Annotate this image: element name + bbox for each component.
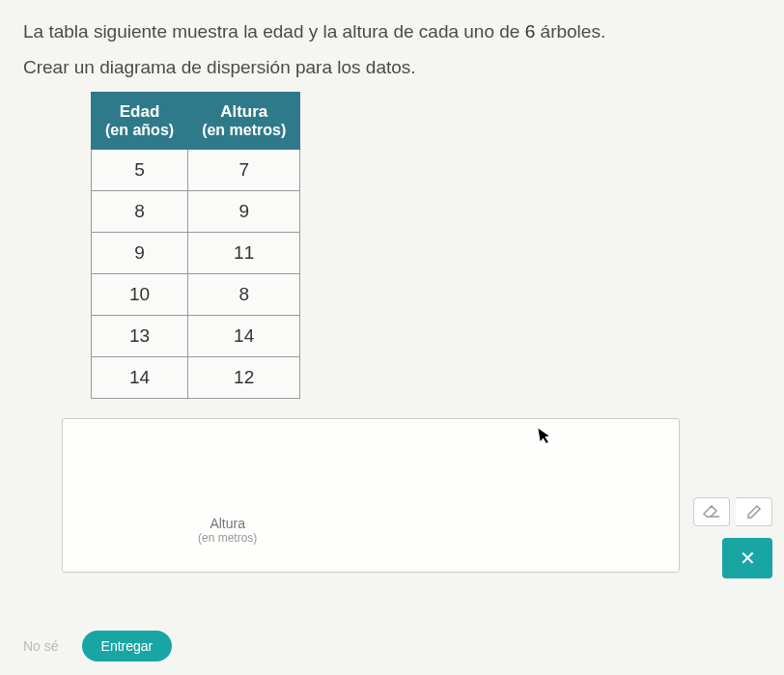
tree-count: 6 <box>525 21 536 42</box>
cell-edad: 13 <box>92 316 188 357</box>
chart-y-label-text: Altura <box>210 516 245 531</box>
header-edad-top: Edad <box>120 102 160 121</box>
data-table: Edad (en años) Altura (en metros) 5 7 8 … <box>91 92 300 399</box>
header-altura-sub: (en metros) <box>202 122 286 139</box>
table-row: 10 8 <box>92 274 300 316</box>
footer: No sé Entregar <box>23 631 172 661</box>
table-row: 5 7 <box>92 150 300 191</box>
no-se-link[interactable]: No sé <box>23 638 59 654</box>
chart-y-label: Altura (en metros) <box>198 516 257 545</box>
header-altura: Altura (en metros) <box>188 93 300 150</box>
table-row: 9 11 <box>92 233 300 274</box>
cell-altura: 7 <box>188 150 300 191</box>
tool-panel: ✕ <box>693 497 772 578</box>
eraser-tool[interactable] <box>693 497 730 526</box>
pencil-tool[interactable] <box>736 497 772 526</box>
header-edad-sub: (en años) <box>105 122 174 139</box>
table-row: 14 12 <box>92 357 300 399</box>
eraser-icon <box>702 505 721 519</box>
header-edad: Edad (en años) <box>92 93 188 150</box>
cell-edad: 8 <box>92 191 188 233</box>
close-button[interactable]: ✕ <box>722 538 772 578</box>
cell-altura: 14 <box>188 316 300 357</box>
cursor-icon <box>538 426 555 450</box>
pencil-icon <box>746 504 762 520</box>
cell-altura: 11 <box>188 233 300 274</box>
scatter-plot-canvas[interactable]: Altura (en metros) <box>62 418 680 573</box>
data-table-container: Edad (en años) Altura (en metros) 5 7 8 … <box>91 92 761 399</box>
instruction-text-1c: árboles. <box>535 21 605 42</box>
entregar-button[interactable]: Entregar <box>82 631 173 661</box>
chart-y-label-sub: (en metros) <box>198 531 257 545</box>
cell-edad: 9 <box>92 233 188 274</box>
cell-edad: 14 <box>92 357 188 399</box>
table-row: 13 14 <box>92 316 300 357</box>
cell-edad: 10 <box>92 274 188 316</box>
cell-altura: 12 <box>188 357 300 399</box>
cell-edad: 5 <box>92 150 188 191</box>
instruction-line-2: Crear un diagrama de dispersión para los… <box>23 55 761 81</box>
cell-altura: 8 <box>188 274 300 316</box>
close-icon: ✕ <box>740 547 756 570</box>
table-row: 8 9 <box>92 191 300 233</box>
instruction-text-1a: La tabla siguiente muestra la edad y la … <box>23 21 525 42</box>
header-altura-top: Altura <box>220 102 267 121</box>
instruction-line-1: La tabla siguiente muestra la edad y la … <box>23 19 761 45</box>
cell-altura: 9 <box>188 191 300 233</box>
